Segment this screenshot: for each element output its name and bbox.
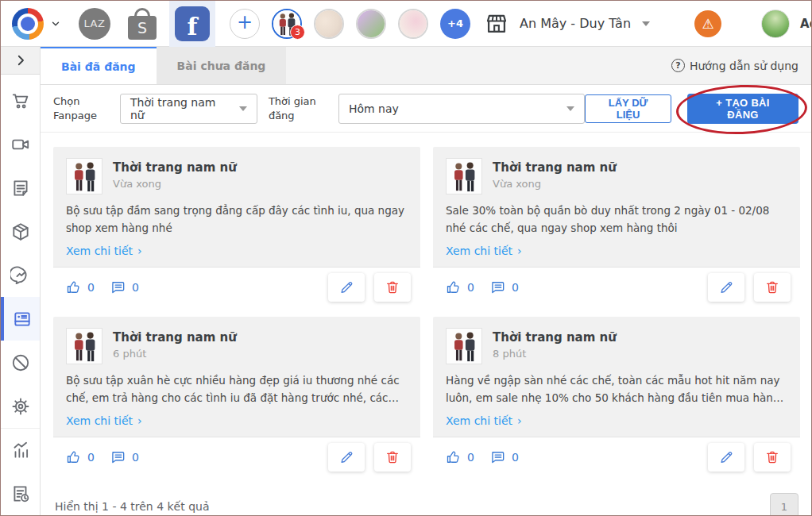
package-box-icon: [10, 221, 31, 242]
post-time: Vừa xong: [113, 178, 237, 190]
comment-stat: 0: [490, 279, 519, 295]
fanpage-select-value: Thời trang nam nữ: [130, 96, 231, 121]
post-card: Thời trang nam nữ 8 phút Hàng về ngập sà…: [433, 317, 800, 477]
sidebar-item-settings[interactable]: [1, 384, 40, 428]
post-detail-link[interactable]: Xem chi tiết ›: [446, 414, 787, 427]
chevron-right-icon: ›: [137, 414, 142, 427]
post-page-name: Thời trang nam nữ: [113, 158, 237, 175]
main-panel: Bài đã đăng Bài chưa đăng ? Hướng dẫn sử…: [41, 47, 811, 515]
post-card: Thời trang nam nữ Vừa xong Bộ sưu tập đầ…: [53, 147, 420, 307]
tabbar: Bài đã đăng Bài chưa đăng ? Hướng dẫn sử…: [41, 47, 811, 85]
sidebar-item-livestream[interactable]: [1, 122, 40, 166]
like-count: 0: [467, 451, 474, 464]
gear-icon: [10, 396, 31, 417]
warning-icon: ⚠: [702, 16, 713, 32]
post-cards-grid: Thời trang nam nữ Vừa xong Bộ sưu tập đầ…: [53, 147, 800, 477]
post-page-name: Thời trang nam nữ: [493, 158, 617, 175]
tab-unpublished[interactable]: Bài chưa đăng: [157, 47, 287, 84]
chart-icon: [10, 440, 31, 460]
like-stat: 0: [446, 449, 474, 465]
document-icon: [10, 178, 31, 198]
post-actions-row: 0 0: [433, 437, 800, 477]
admin-avatar[interactable]: [761, 10, 790, 38]
store-icon[interactable]: [483, 10, 510, 37]
post-time: 8 phút: [493, 348, 617, 360]
help-label: Hướng dẫn sử dụng: [690, 60, 798, 72]
sidebar-item-orders[interactable]: [1, 79, 40, 122]
post-page-name: Thời trang nam nữ: [113, 328, 237, 345]
shop-dropdown-caret-icon[interactable]: [642, 21, 650, 26]
post-time: 6 phút: [113, 348, 237, 360]
warning-button[interactable]: ⚠: [694, 10, 721, 37]
pencil-icon: [338, 279, 354, 295]
detail-label: Xem chi tiết: [66, 414, 133, 427]
chevron-right-icon: ›: [137, 245, 142, 257]
detail-label: Xem chi tiết: [66, 245, 133, 257]
sidebar-expand-button[interactable]: [1, 47, 40, 75]
post-card: Thời trang nam nữ 6 phút Bộ sưu tập xuân…: [53, 317, 420, 477]
delete-post-button[interactable]: [374, 273, 411, 302]
sidebar-item-reports[interactable]: [1, 472, 40, 515]
post-card-body: Thời trang nam nữ Vừa xong Bộ sưu tập đầ…: [53, 147, 420, 267]
sidebar-item-analytics[interactable]: [1, 428, 40, 472]
like-stat: 0: [446, 279, 474, 295]
time-select-value: Hôm nay: [349, 102, 399, 115]
post-detail-link[interactable]: Xem chi tiết ›: [446, 245, 787, 257]
comment-icon: [490, 449, 506, 465]
sidebar-item-products[interactable]: [1, 210, 40, 253]
edit-post-button[interactable]: [328, 273, 365, 302]
pagination-page-1[interactable]: 1: [770, 493, 798, 515]
time-select[interactable]: Hôm nay: [338, 94, 585, 124]
post-card-body: Thời trang nam nữ Vừa xong Sale 30% toàn…: [433, 147, 800, 267]
trash-icon: [385, 279, 400, 295]
report-clock-icon: [10, 483, 31, 504]
comment-count: 0: [512, 451, 519, 464]
app-body: Bài đã đăng Bài chưa đăng ? Hướng dẫn sử…: [1, 47, 811, 515]
sidebar-item-blocked[interactable]: [1, 341, 40, 384]
comment-stat: 0: [490, 449, 519, 465]
list-footer: Hiển thị 1 - 4 trên 4 kết quả 1: [53, 493, 800, 515]
cart-icon: [10, 90, 31, 111]
brand-chevron-down-icon[interactable]: [50, 18, 61, 29]
shopee-label: S: [137, 19, 147, 37]
post-text: Bộ sưu tập xuân hè cực nhiều hàng đẹp gi…: [66, 372, 408, 406]
sidebar-item-messenger[interactable]: [1, 253, 40, 297]
fanpage-avatar: [446, 158, 482, 194]
topbar: LAZ S f + 3 +4 An Mây - Duy Tân ⚠ Admin: [1, 1, 811, 47]
sidebar-item-documents[interactable]: [1, 166, 40, 210]
edit-post-button[interactable]: [328, 443, 365, 472]
edit-post-button[interactable]: [708, 443, 744, 472]
content: Thời trang nam nữ Vừa xong Bộ sưu tập đầ…: [41, 133, 811, 515]
app-logo-icon[interactable]: [12, 8, 44, 40]
sidebar-item-posts-active[interactable]: [1, 297, 40, 341]
thumbs-up-icon: [446, 279, 462, 295]
help-link[interactable]: ? Hướng dẫn sử dụng: [671, 47, 811, 84]
fanpage-select[interactable]: Thời trang nam nữ: [120, 94, 257, 124]
delete-post-button[interactable]: [374, 443, 411, 472]
fanpage-avatar-3[interactable]: [356, 9, 386, 39]
fetch-data-button[interactable]: LẤY DỮ LIỆU: [585, 94, 671, 123]
thumbs-up-icon: [66, 279, 82, 295]
lazada-channel-button[interactable]: LAZ: [79, 8, 110, 40]
fanpage-avatar-4[interactable]: [398, 9, 428, 39]
fanpage-avatar: [446, 328, 482, 364]
post-detail-link[interactable]: Xem chi tiết ›: [66, 414, 408, 427]
fanpage-avatar-2[interactable]: [314, 9, 344, 39]
create-post-button[interactable]: + TẠO BÀI ĐĂNG: [687, 94, 798, 124]
add-page-button[interactable]: +: [230, 9, 260, 39]
delete-post-button[interactable]: [754, 443, 791, 472]
delete-post-button[interactable]: [754, 273, 791, 302]
posts-icon: [12, 309, 33, 329]
post-detail-link[interactable]: Xem chi tiết ›: [66, 245, 408, 257]
fanpage-avatar-active[interactable]: 3: [272, 9, 302, 39]
comment-icon: [490, 279, 506, 295]
facebook-channel-tab[interactable]: f: [169, 1, 215, 47]
shopee-channel-button[interactable]: S: [126, 6, 158, 41]
edit-post-button[interactable]: [708, 273, 744, 302]
comment-stat: 0: [110, 449, 139, 465]
detail-label: Xem chi tiết: [446, 245, 512, 257]
more-pages-button[interactable]: +4: [440, 9, 470, 39]
post-text: Sale 30% toàn bộ quần bò duy nhất trong …: [446, 202, 787, 237]
comment-stat: 0: [110, 279, 139, 295]
tab-published[interactable]: Bài đã đăng: [41, 47, 157, 84]
